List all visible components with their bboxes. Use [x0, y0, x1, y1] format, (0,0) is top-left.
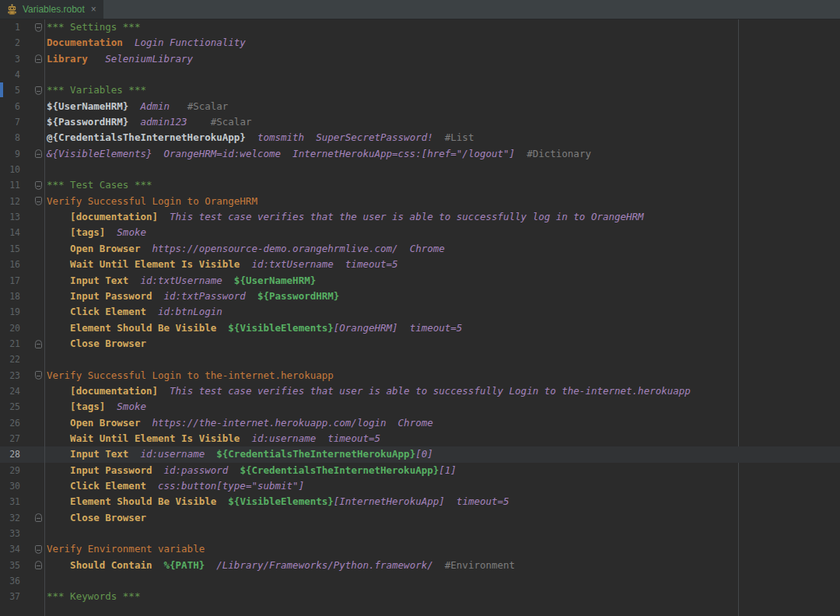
- fold-toggle-icon[interactable]: [35, 545, 42, 554]
- code-text: Verify Environment variable: [44, 541, 205, 557]
- code-text: Open Browser https://opensource-demo.ora…: [44, 241, 445, 257]
- code-text: &{VisibleElements} OrangeHRM=id:welcome …: [44, 146, 591, 162]
- line-number: 16: [0, 257, 20, 272]
- code-line[interactable]: 36: [0, 573, 840, 589]
- line-number: 1: [0, 19, 20, 35]
- code-line[interactable]: 24 [documentation] This test case verifi…: [0, 383, 840, 399]
- code-line[interactable]: 29 Input Password id:password ${Credenti…: [0, 463, 840, 478]
- robot-icon: [6, 4, 18, 16]
- code-line[interactable]: 18 Input Password id:txtPassword ${Passw…: [0, 289, 840, 304]
- code-line[interactable]: 22: [0, 352, 840, 367]
- line-number: 5: [0, 82, 20, 98]
- line-number: 2: [0, 35, 20, 51]
- code-line[interactable]: 19 Click Element id:btnLogin: [0, 304, 840, 320]
- fold-toggle-icon[interactable]: [35, 561, 42, 569]
- code-line[interactable]: 1*** Settings ***: [0, 19, 840, 35]
- line-number: 11: [0, 177, 20, 193]
- fold-toggle-icon[interactable]: [35, 149, 42, 158]
- code-line[interactable]: 4: [0, 67, 840, 82]
- line-number: 24: [0, 383, 20, 399]
- code-text: Element Should Be Visible ${VisibleEleme…: [44, 494, 509, 509]
- fold-toggle-icon[interactable]: [35, 23, 42, 32]
- fold-column: [20, 289, 44, 304]
- fold-column: [20, 51, 44, 67]
- fold-toggle-icon[interactable]: [35, 181, 42, 190]
- code-line[interactable]: 17 Input Text id:txtUsername ${UserNameH…: [0, 273, 840, 289]
- fold-toggle-icon[interactable]: [35, 86, 42, 95]
- code-line[interactable]: 27 Wait Until Element Is Visible id:user…: [0, 431, 840, 446]
- code-line[interactable]: 10: [0, 162, 840, 177]
- fold-column: [20, 368, 44, 383]
- code-line[interactable]: 34Verify Environment variable: [0, 541, 840, 557]
- fold-column: [20, 146, 44, 162]
- fold-toggle-icon[interactable]: [35, 513, 42, 522]
- line-number: 23: [0, 368, 20, 383]
- code-line[interactable]: 14 [tags] Smoke: [0, 225, 840, 240]
- code-line[interactable]: 28 Input Text id:username ${CredentialsT…: [0, 446, 840, 462]
- line-number: 17: [0, 273, 20, 289]
- fold-column: [20, 304, 44, 320]
- code-line[interactable]: 35 Should Contain %{PATH} /Library/Frame…: [0, 558, 840, 573]
- code-line[interactable]: 16 Wait Until Element Is Visible id:txtU…: [0, 257, 840, 272]
- code-line[interactable]: 9&{VisibleElements} OrangeHRM=id:welcome…: [0, 146, 840, 162]
- fold-column: [20, 273, 44, 289]
- code-line[interactable]: 21 Close Browser: [0, 336, 840, 352]
- code-text: Input Text id:username ${CredentialsTheI…: [44, 446, 433, 462]
- fold-column: [20, 589, 44, 604]
- code-text: [documentation] This test case verifies …: [44, 209, 644, 225]
- fold-column: [20, 510, 44, 526]
- code-text: Library SeleniumLibrary: [44, 51, 193, 67]
- code-text: Open Browser https://the-internet.heroku…: [44, 415, 433, 431]
- code-line[interactable]: 23Verify Successful Login to the-interne…: [0, 368, 840, 383]
- code-line[interactable]: 5*** Variables ***: [0, 82, 840, 98]
- fold-toggle-icon[interactable]: [35, 197, 42, 205]
- fold-column: [20, 194, 44, 209]
- fold-column: [20, 558, 44, 573]
- code-text: Click Element id:btnLogin: [44, 304, 222, 320]
- line-number: 29: [0, 463, 20, 478]
- line-number: 30: [0, 478, 20, 494]
- fold-column: [20, 320, 44, 336]
- code-line[interactable]: 20 Element Should Be Visible ${VisibleEl…: [0, 320, 840, 336]
- code-line[interactable]: 33: [0, 526, 840, 541]
- fold-toggle-icon[interactable]: [35, 371, 42, 380]
- code-text: Documentation Login Functionality: [44, 35, 246, 51]
- fold-toggle-icon[interactable]: [35, 340, 42, 348]
- tab-variables-robot[interactable]: Variables.robot ×: [0, 0, 103, 19]
- fold-column: [20, 478, 44, 494]
- code-editor[interactable]: 1*** Settings ***2Documentation Login Fu…: [0, 19, 840, 616]
- fold-column: [20, 82, 44, 98]
- code-line[interactable]: 12Verify Successful Login to OrangeHRM: [0, 194, 840, 209]
- editor-tab-bar: Variables.robot ×: [0, 0, 840, 19]
- code-text: Input Text id:txtUsername ${UserNameHRM}: [44, 273, 316, 289]
- code-text: Should Contain %{PATH} /Library/Framewor…: [44, 558, 515, 573]
- fold-column: [20, 352, 44, 367]
- code-line[interactable]: 3Library SeleniumLibrary: [0, 51, 840, 67]
- line-number: 34: [0, 541, 20, 557]
- code-line[interactable]: 11*** Test Cases ***: [0, 177, 840, 193]
- code-line[interactable]: 6${UserNameHRM} Admin #Scalar: [0, 99, 840, 114]
- code-line[interactable]: 32 Close Browser: [0, 510, 840, 526]
- line-number: 12: [0, 194, 20, 209]
- code-line[interactable]: 30 Click Element css:button[type="submit…: [0, 478, 840, 494]
- code-line[interactable]: 8@{CredentialsTheInternetHerokuApp} toms…: [0, 130, 840, 145]
- line-number: 25: [0, 399, 20, 415]
- line-number: 14: [0, 225, 20, 240]
- code-text: Close Browser: [44, 336, 146, 352]
- line-number: 21: [0, 336, 20, 352]
- code-line[interactable]: 37*** Keywords ***: [0, 589, 840, 604]
- code-line[interactable]: 2Documentation Login Functionality: [0, 35, 840, 51]
- code-line[interactable]: 13 [documentation] This test case verifi…: [0, 209, 840, 225]
- code-line[interactable]: 15 Open Browser https://opensource-demo.…: [0, 241, 840, 257]
- code-text: Verify Successful Login to the-internet.…: [44, 368, 334, 383]
- line-number: 35: [0, 558, 20, 573]
- code-line[interactable]: 25 [tags] Smoke: [0, 399, 840, 415]
- code-line[interactable]: 26 Open Browser https://the-internet.her…: [0, 415, 840, 431]
- code-line[interactable]: 7${PasswordHRM} admin123 #Scalar: [0, 114, 840, 130]
- line-number: 10: [0, 162, 20, 177]
- code-line[interactable]: 31 Element Should Be Visible ${VisibleEl…: [0, 494, 840, 509]
- fold-column: [20, 494, 44, 509]
- close-icon[interactable]: ×: [91, 5, 96, 14]
- fold-column: [20, 209, 44, 225]
- fold-toggle-icon[interactable]: [35, 54, 42, 63]
